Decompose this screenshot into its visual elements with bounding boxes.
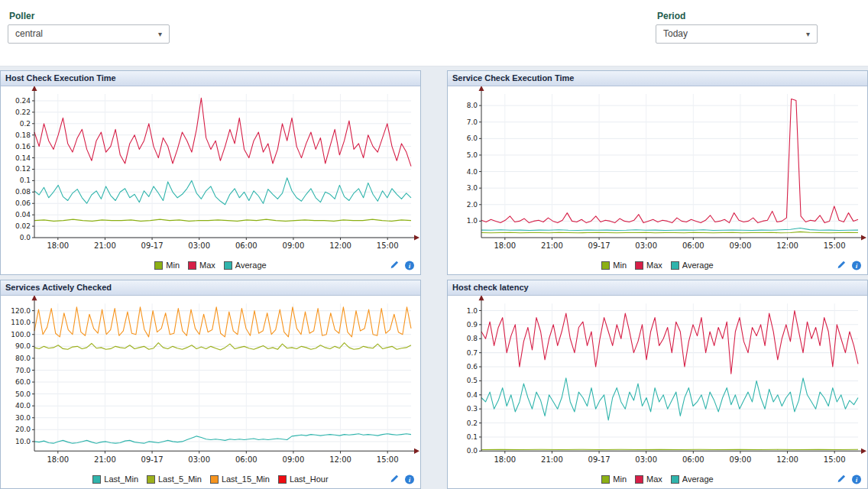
- svg-text:21:00: 21:00: [94, 455, 116, 464]
- svg-text:03:00: 03:00: [188, 241, 210, 250]
- legend-swatch: [154, 261, 163, 270]
- legend-item-min[interactable]: Min: [154, 261, 180, 270]
- svg-text:0.2: 0.2: [20, 120, 31, 128]
- legend-item-max[interactable]: Max: [188, 261, 215, 270]
- svg-text:0.0: 0.0: [20, 234, 31, 241]
- svg-text:09-17: 09-17: [141, 241, 164, 250]
- svg-text:21:00: 21:00: [541, 241, 563, 250]
- chart-legend: MinMaxAverage i: [1, 256, 420, 274]
- svg-text:18:00: 18:00: [47, 241, 69, 250]
- legend-label: Min: [613, 261, 627, 270]
- svg-text:100.0: 100.0: [11, 331, 31, 338]
- svg-text:0.06: 0.06: [15, 199, 31, 207]
- chart-legend: MinMaxAverage i: [448, 256, 867, 274]
- legend-swatch: [147, 475, 155, 484]
- svg-text:12:00: 12:00: [776, 455, 798, 464]
- legend-items: MinMaxAverage: [601, 261, 713, 270]
- svg-text:12:00: 12:00: [329, 455, 351, 464]
- filter-toolbar: Poller central ▾ Period Today ▾: [0, 0, 868, 66]
- svg-text:0.0: 0.0: [467, 447, 478, 455]
- legend-item-last_15_min[interactable]: Last_15_Min: [210, 474, 270, 484]
- svg-text:15:00: 15:00: [377, 241, 399, 250]
- svg-text:7.0: 7.0: [467, 118, 478, 126]
- legend-item-min[interactable]: Min: [601, 261, 627, 270]
- legend-swatch: [224, 261, 232, 270]
- legend-swatch: [188, 261, 196, 270]
- legend-item-last_min[interactable]: Last_Min: [92, 474, 138, 484]
- legend-swatch: [601, 475, 610, 484]
- legend-item-min[interactable]: Min: [601, 474, 627, 484]
- svg-text:2.0: 2.0: [467, 201, 478, 209]
- chart-title: Host check latency: [448, 280, 867, 296]
- svg-text:0.9: 0.9: [467, 321, 478, 329]
- edit-graph-icon[interactable]: [837, 474, 847, 484]
- svg-text:21:00: 21:00: [94, 241, 116, 250]
- legend-label: Last_Hour: [290, 474, 329, 484]
- services-actively-checked-chart: 10.020.030.040.050.060.070.080.090.0100.…: [1, 296, 420, 470]
- info-icon[interactable]: i: [405, 261, 414, 270]
- edit-graph-icon[interactable]: [837, 261, 847, 270]
- svg-text:5.0: 5.0: [467, 151, 478, 159]
- svg-text:03:00: 03:00: [635, 455, 657, 464]
- period-select[interactable]: Today ▾: [656, 24, 818, 44]
- svg-text:18:00: 18:00: [494, 455, 516, 464]
- svg-text:18:00: 18:00: [47, 455, 69, 464]
- svg-text:0.7: 0.7: [467, 349, 478, 357]
- legend-label: Last_15_Min: [222, 474, 270, 484]
- legend-item-max[interactable]: Max: [635, 474, 662, 484]
- svg-text:0.8: 0.8: [467, 335, 478, 342]
- svg-text:12:00: 12:00: [329, 241, 351, 250]
- info-icon[interactable]: i: [852, 474, 861, 484]
- svg-text:4.0: 4.0: [467, 168, 478, 176]
- svg-text:21:00: 21:00: [541, 455, 563, 464]
- legend-swatch: [635, 261, 643, 270]
- svg-text:12:00: 12:00: [776, 241, 798, 250]
- legend-swatch: [671, 475, 679, 484]
- panel-host-check-latency: Host check latency 0.00.10.20.30.40.50.6…: [447, 280, 868, 489]
- svg-text:80.0: 80.0: [15, 355, 31, 362]
- svg-text:0.3: 0.3: [467, 405, 478, 413]
- legend-item-max[interactable]: Max: [635, 261, 662, 270]
- svg-text:6.0: 6.0: [467, 134, 478, 142]
- svg-text:1.0: 1.0: [467, 217, 478, 225]
- svg-text:40.0: 40.0: [15, 402, 31, 410]
- legend-swatch: [278, 475, 287, 484]
- svg-text:0.1: 0.1: [20, 176, 31, 184]
- svg-text:15:00: 15:00: [824, 241, 846, 250]
- svg-text:0.6: 0.6: [467, 363, 478, 371]
- legend-item-last_hour[interactable]: Last_Hour: [278, 474, 329, 484]
- legend-label: Min: [166, 261, 180, 270]
- info-icon[interactable]: i: [852, 261, 861, 270]
- svg-text:0.02: 0.02: [15, 222, 31, 230]
- legend-item-average[interactable]: Average: [224, 261, 267, 270]
- legend-swatch: [671, 261, 679, 270]
- legend-label: Min: [613, 474, 627, 484]
- legend-items: MinMaxAverage: [601, 474, 713, 484]
- legend-item-average[interactable]: Average: [671, 474, 714, 484]
- edit-graph-icon[interactable]: [390, 474, 400, 484]
- legend-label: Max: [646, 474, 662, 484]
- legend-label: Max: [646, 261, 662, 270]
- svg-text:03:00: 03:00: [635, 241, 657, 250]
- chart-title: Service Check Execution Time: [448, 71, 867, 86]
- legend-swatch: [601, 261, 610, 270]
- chart-legend: Last_MinLast_5_MinLast_15_MinLast_Hour i: [1, 470, 420, 488]
- legend-item-average[interactable]: Average: [671, 261, 714, 270]
- legend-items: MinMaxAverage: [154, 261, 266, 270]
- svg-text:60.0: 60.0: [15, 378, 31, 386]
- svg-text:0.18: 0.18: [15, 131, 31, 139]
- panel-service-check-execution-time: Service Check Execution Time 1.02.03.04.…: [447, 70, 868, 275]
- edit-graph-icon[interactable]: [390, 261, 400, 270]
- host-check-latency-chart: 0.00.10.20.30.40.50.60.70.80.91.018:0021…: [448, 296, 867, 470]
- svg-text:15:00: 15:00: [377, 455, 399, 464]
- chart-title: Host Check Execution Time: [1, 71, 420, 86]
- svg-text:09:00: 09:00: [730, 455, 752, 464]
- svg-text:120.0: 120.0: [11, 307, 31, 315]
- svg-text:09:00: 09:00: [283, 455, 305, 464]
- svg-text:06:00: 06:00: [235, 241, 257, 250]
- info-icon[interactable]: i: [405, 474, 414, 484]
- svg-text:09-17: 09-17: [141, 455, 164, 464]
- legend-item-last_5_min[interactable]: Last_5_Min: [147, 474, 202, 484]
- poller-select[interactable]: central ▾: [8, 24, 170, 44]
- legend-label: Average: [235, 261, 267, 270]
